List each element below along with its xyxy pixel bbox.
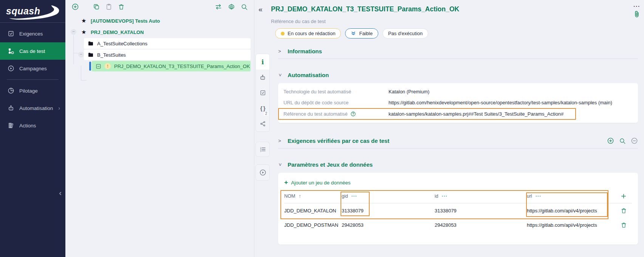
submenu-chevron-icon: › [58, 105, 60, 111]
collapse-minus-icon[interactable]: − [71, 29, 76, 35]
column-header-nom[interactable]: NOM ↑ [284, 194, 342, 199]
selected-test-case-row[interactable]: ! PRJ_DEMO_KATALON_T3_TESTSUITE_Params_A… [92, 61, 251, 71]
sidebar-divider [7, 79, 59, 80]
sidebar-item-automatisation[interactable]: Automatisation › [0, 99, 65, 117]
delete-icon[interactable] [118, 3, 125, 10]
column-menu-icon[interactable]: ··· [351, 194, 358, 199]
column-menu-icon[interactable]: ··· [536, 194, 542, 199]
attachment-paperclip-icon[interactable] [633, 10, 640, 19]
test-case-detail-panel: « PRJ_DEMO_KATALON_T3_TESTSUITE_Params_A… [255, 0, 644, 257]
dataset-name[interactable]: JDD_DEMO_KATALON [284, 208, 342, 214]
dataset-id[interactable]: 29428053 [435, 222, 527, 228]
swap-arrows-icon[interactable] [215, 3, 222, 11]
dataset-name[interactable]: JDD_DEMO_POSTMAN [284, 222, 342, 228]
dataset-url[interactable]: https://gitlab.com/api/v4/projects [527, 222, 615, 228]
folder-icon [88, 40, 94, 46]
execution-chip[interactable]: Pas d'exécution [382, 28, 428, 39]
paste-icon[interactable] [105, 3, 112, 10]
sort-asc-icon: ↑ [299, 194, 301, 199]
tree-row-project[interactable]: − ★ PRJ_DEMO_KATALON [65, 26, 254, 38]
copy-icon[interactable] [93, 3, 100, 10]
sidebar-item-label: Campagnes [19, 66, 60, 71]
sidebar-item-campagnes[interactable]: Campagnes [0, 60, 65, 77]
delete-dataset-icon[interactable] [615, 207, 632, 214]
column-label: gid [342, 194, 348, 199]
dataset-url[interactable]: https://gitlab.com/api/v4/projects [527, 208, 615, 214]
column-menu-icon[interactable]: ··· [442, 194, 448, 199]
requirements-icon [8, 30, 14, 37]
importance-chip-label: Faible [359, 31, 372, 36]
search-requirement-icon[interactable] [619, 138, 626, 144]
more-menu-icon[interactable]: ··· [633, 3, 640, 9]
datasets-card: + Ajouter un jeu de données NOM ↑ gid ··… [278, 173, 638, 245]
execution-chip-label: Pas d'exécution [388, 31, 423, 36]
sidebar-item-label: Cas de test [19, 48, 60, 54]
add-dataset-button[interactable]: + Ajouter un jeu de données [284, 179, 351, 186]
delete-dataset-icon[interactable] [615, 222, 632, 228]
dataset-id[interactable]: 31338079 [435, 208, 527, 214]
column-header-id[interactable]: id ··· [435, 194, 527, 199]
importance-chip[interactable]: Faible [345, 28, 378, 39]
status-chip-redaction[interactable]: En cours de rédaction [275, 28, 341, 39]
add-icon[interactable] [71, 3, 79, 11]
chevron-right-icon: > [278, 48, 282, 54]
folder-row[interactable]: B_TestSuites [84, 50, 251, 60]
field-row-reference-highlighted: Référence du test automatisé katalon-sam… [278, 108, 576, 120]
section-exigences[interactable]: > Exigences vérifiées par ce cas de test [278, 133, 638, 149]
tree-row-folder[interactable]: A_TestSuiteCollections [65, 38, 254, 49]
squash-app: squash Exigences Cas de test Campagnes P… [0, 0, 644, 257]
sidebar-item-cas-de-test[interactable]: Cas de test [0, 42, 65, 60]
column-header-url[interactable]: url ··· [527, 194, 615, 199]
dataset-gid[interactable]: 31338079 [342, 208, 435, 214]
collapse-minus-icon[interactable]: − [78, 52, 84, 57]
tree-row-test-case-selected[interactable]: ! PRJ_DEMO_KATALON_T3_TESTSUITE_Params_A… [65, 60, 254, 72]
sidebar-collapse-button[interactable]: ‹ [59, 189, 62, 197]
section-parametres[interactable]: > Paramètres et Jeux de données [278, 157, 638, 172]
chevron-right-icon: > [278, 138, 282, 144]
header-actions: ··· [633, 3, 640, 19]
tree-item-label: [AUTOM/DEVOPS] Tests Auto [91, 18, 160, 24]
section-spacer [278, 59, 638, 67]
test-case-tree-panel: ★ [AUTOM/DEVOPS] Tests Auto − ★ PRJ_DEMO… [65, 0, 254, 257]
selection-bar [89, 62, 91, 71]
add-parameter-icon[interactable] [615, 193, 632, 200]
box-minus-icon[interactable] [96, 63, 101, 69]
chevron-down-icon: > [277, 73, 283, 77]
sidebar-item-actions[interactable]: Actions [0, 117, 65, 134]
dataset-row[interactable]: JDD_DEMO_POSTMAN 29428053 29428053 https… [284, 218, 632, 232]
column-label: url [527, 194, 532, 199]
help-circle-icon[interactable] [350, 111, 356, 117]
gear-icon[interactable] [228, 3, 235, 11]
folder-row[interactable]: A_TestSuiteCollections [84, 38, 251, 49]
star-icon: ★ [81, 29, 88, 36]
sidebar-item-exigences[interactable]: Exigences [0, 25, 65, 42]
field-value[interactable]: Katalon (Premium) [389, 89, 429, 94]
section-title: Paramètres et Jeux de données [288, 161, 373, 168]
tree-item-label: PRJ_DEMO_KATALON_T3_TESTSUITE_Params_Act… [114, 63, 250, 69]
sidebar-item-label: Exigences [19, 31, 60, 37]
status-dot-icon [281, 32, 285, 36]
section-informations[interactable]: > Informations [278, 44, 638, 59]
tree-toolbar [65, 0, 254, 14]
dataset-gid[interactable]: 29428053 [342, 222, 435, 228]
tree-row-library[interactable]: ★ [AUTOM/DEVOPS] Tests Auto [65, 15, 254, 26]
dataset-row[interactable]: JDD_DEMO_KATALON 31338079 31338079 https… [284, 203, 632, 218]
field-value[interactable]: https://gitlab.com/henixdevelopment/open… [389, 100, 612, 105]
folder-icon [88, 52, 94, 58]
reference-label: Référence du cas de test [271, 19, 644, 24]
section-automatisation[interactable]: > Automatisation [278, 67, 638, 82]
section-title: Informations [288, 48, 322, 54]
field-value[interactable]: katalon-samples/katalon-samples.prj##Tes… [389, 111, 564, 117]
collapse-panel-icon[interactable]: « [259, 5, 263, 14]
double-chevron-down-icon [351, 31, 356, 36]
tree-row-folder[interactable]: − B_TestSuites [65, 49, 254, 60]
chevron-down-icon: > [277, 163, 283, 167]
column-header-gid[interactable]: gid ··· [342, 194, 435, 199]
sidebar-item-pilotage[interactable]: Pilotage [0, 82, 65, 99]
tree-item-label: A_TestSuiteCollections [97, 41, 147, 46]
remove-requirement-icon[interactable] [631, 137, 638, 144]
search-icon[interactable] [241, 3, 248, 11]
section-action-icons [607, 137, 638, 144]
column-label: id [435, 194, 438, 199]
add-requirement-icon[interactable] [607, 137, 614, 144]
